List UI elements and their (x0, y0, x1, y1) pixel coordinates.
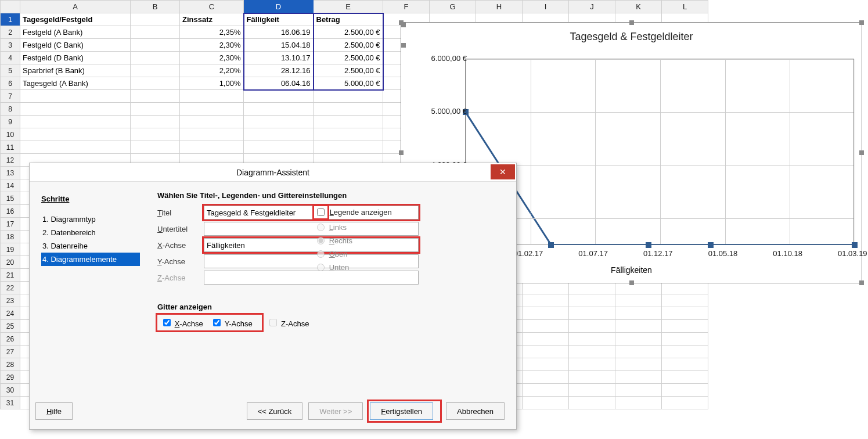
cell-E10[interactable] (314, 128, 383, 141)
back-button[interactable]: << Zurück (247, 402, 303, 420)
cell-C8[interactable] (180, 103, 244, 116)
row-header[interactable]: 21 (1, 269, 20, 282)
row-header[interactable]: 1 (1, 13, 20, 26)
column-header-B[interactable]: B (131, 1, 180, 13)
cell-A11[interactable] (20, 141, 131, 154)
cell-L29[interactable] (662, 371, 708, 384)
column-header-J[interactable]: J (569, 1, 615, 13)
cell-L23[interactable] (662, 294, 708, 307)
cell-C7[interactable] (180, 90, 244, 103)
cell-A6[interactable]: Tagesgeld (A Bank) (20, 77, 131, 90)
cell-D3[interactable]: 15.04.18 (244, 39, 314, 52)
cell-E11[interactable] (314, 141, 383, 154)
row-header[interactable]: 3 (1, 39, 20, 52)
cell-C2[interactable]: 2,35% (180, 26, 244, 39)
row-header[interactable]: 25 (1, 320, 20, 333)
cell-E6[interactable]: 5.000,00 € (314, 77, 383, 90)
cell-E9[interactable] (314, 116, 383, 128)
cell-J30[interactable] (569, 384, 615, 397)
cell-I31[interactable] (523, 397, 569, 409)
cell-B5[interactable] (131, 64, 180, 77)
row-header[interactable]: 7 (1, 90, 20, 103)
row-header[interactable]: 5 (1, 64, 20, 77)
cell-L31[interactable] (662, 397, 708, 409)
row-header[interactable]: 24 (1, 307, 20, 320)
cell-C1[interactable]: Zinssatz (180, 13, 244, 26)
cell-D6[interactable]: 06.04.16 (244, 77, 314, 90)
cell-B9[interactable] (131, 116, 180, 128)
cell-I24[interactable] (523, 307, 569, 320)
cell-K30[interactable] (615, 384, 662, 397)
cell-B1[interactable] (131, 13, 180, 26)
cell-J24[interactable] (569, 307, 615, 320)
cell-E1[interactable]: Betrag (314, 13, 383, 26)
cell-B10[interactable] (131, 128, 180, 141)
cell-J25[interactable] (569, 320, 615, 333)
cell-I27[interactable] (523, 346, 569, 358)
column-header-K[interactable]: K (615, 1, 662, 13)
row-header[interactable]: 17 (1, 218, 20, 231)
row-header[interactable]: 23 (1, 294, 20, 307)
cell-E4[interactable]: 2.500,00 € (314, 52, 383, 64)
cell-C10[interactable] (180, 128, 244, 141)
wizard-step[interactable]: 4. Diagrammelemente (41, 253, 140, 266)
row-header[interactable]: 14 (1, 179, 20, 192)
cell-L26[interactable] (662, 333, 708, 346)
cell-E5[interactable]: 2.500,00 € (314, 64, 383, 77)
cell-A3[interactable]: Festgeld (C Bank) (20, 39, 131, 52)
column-header-H[interactable]: H (476, 1, 523, 13)
row-header[interactable]: 27 (1, 346, 20, 358)
cell-A1[interactable]: Tagesgeld/Festgeld (20, 13, 131, 26)
cell-K25[interactable] (615, 320, 662, 333)
row-header[interactable]: 31 (1, 397, 20, 409)
cell-I28[interactable] (523, 358, 569, 371)
wizard-step[interactable]: 3. Datenreihe (41, 239, 140, 253)
row-header[interactable]: 8 (1, 103, 20, 116)
finish-button[interactable]: Fertigstellen (370, 402, 433, 420)
cell-D8[interactable] (244, 103, 314, 116)
cell-D9[interactable] (244, 116, 314, 128)
cell-D2[interactable]: 16.06.19 (244, 26, 314, 39)
row-header[interactable]: 19 (1, 243, 20, 256)
cell-K31[interactable] (615, 397, 662, 409)
checkbox-grid-y[interactable] (213, 319, 221, 326)
column-header-L[interactable]: L (662, 1, 708, 13)
cell-B3[interactable] (131, 39, 180, 52)
row-header[interactable]: 18 (1, 231, 20, 243)
column-header-A[interactable]: A (20, 1, 131, 13)
row-header[interactable]: 15 (1, 192, 20, 205)
row-header[interactable]: 26 (1, 333, 20, 346)
cell-C3[interactable]: 2,30% (180, 39, 244, 52)
cell-I29[interactable] (523, 371, 569, 384)
cell-J31[interactable] (569, 397, 615, 409)
dialog-title-bar[interactable]: Diagramm-Assistent ✕ (30, 163, 516, 182)
column-header-G[interactable]: G (430, 1, 476, 13)
row-header[interactable]: 10 (1, 128, 20, 141)
cell-K23[interactable] (615, 294, 662, 307)
cell-D7[interactable] (244, 90, 314, 103)
row-header[interactable]: 13 (1, 167, 20, 179)
cell-A8[interactable] (20, 103, 131, 116)
checkbox-grid-x[interactable] (163, 319, 171, 326)
cell-J29[interactable] (569, 371, 615, 384)
cell-B8[interactable] (131, 103, 180, 116)
cell-C11[interactable] (180, 141, 244, 154)
cell-A5[interactable]: Sparbrief (B Bank) (20, 64, 131, 77)
cell-E8[interactable] (314, 103, 383, 116)
cell-I23[interactable] (523, 294, 569, 307)
cell-D10[interactable] (244, 128, 314, 141)
cell-K27[interactable] (615, 346, 662, 358)
cell-D1[interactable]: Fälligkeit (244, 13, 314, 26)
cell-C9[interactable] (180, 116, 244, 128)
row-header[interactable]: 22 (1, 282, 20, 294)
row-header[interactable]: 9 (1, 116, 20, 128)
cell-J26[interactable] (569, 333, 615, 346)
cell-A7[interactable] (20, 90, 131, 103)
cell-L27[interactable] (662, 346, 708, 358)
row-header[interactable]: 12 (1, 154, 20, 167)
row-header[interactable]: 11 (1, 141, 20, 154)
cell-B4[interactable] (131, 52, 180, 64)
column-header-E[interactable]: E (314, 1, 383, 13)
cell-K29[interactable] (615, 371, 662, 384)
cell-D5[interactable]: 28.12.16 (244, 64, 314, 77)
